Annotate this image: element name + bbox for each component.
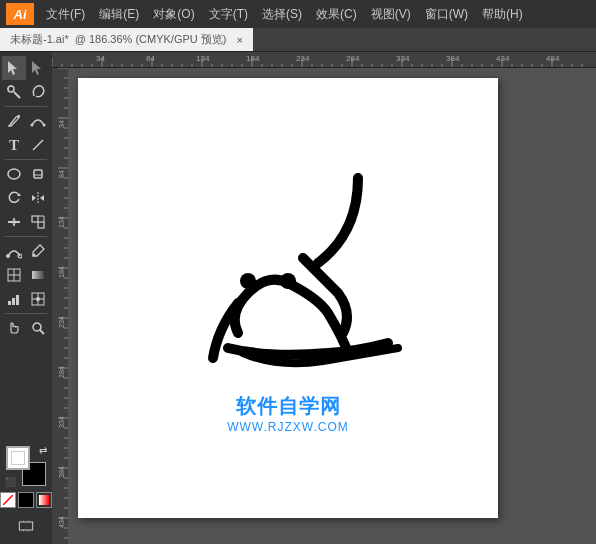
pen-tool[interactable] [2, 109, 26, 133]
svg-point-10 [8, 169, 20, 179]
mirror-tool[interactable] [26, 186, 50, 210]
ellipse-tool[interactable] [2, 162, 26, 186]
chart-tool[interactable] [2, 287, 26, 311]
width-scale-row [0, 210, 52, 234]
canvas-area: 软件自学网 WWW.RJZXW.COM [52, 52, 596, 544]
width-tool[interactable] [2, 210, 26, 234]
artboard-tool-area [6, 516, 46, 536]
default-colors-button[interactable]: ⬛ [5, 477, 16, 487]
type-tool[interactable]: T [2, 133, 26, 157]
hand-tool[interactable] [2, 316, 26, 340]
rotate-tool[interactable] [2, 186, 26, 210]
svg-point-7 [31, 124, 34, 127]
color-fill-button[interactable] [0, 492, 16, 508]
separator-3 [5, 236, 47, 237]
svg-rect-29 [8, 301, 11, 305]
selection-tool[interactable] [2, 56, 26, 80]
blend-eyedropper-row [0, 239, 52, 263]
menu-item-o[interactable]: 对象(O) [147, 4, 200, 25]
menu-item-v[interactable]: 视图(V) [365, 4, 417, 25]
svg-point-8 [43, 124, 46, 127]
svg-rect-30 [12, 298, 15, 305]
artwork-illustration [158, 163, 418, 383]
none-fill-button[interactable] [18, 492, 34, 508]
svg-point-6 [17, 115, 20, 118]
separator-4 [5, 313, 47, 314]
selection-tool-row [0, 56, 52, 80]
blend-tool[interactable] [2, 239, 26, 263]
svg-rect-19 [38, 222, 44, 228]
svg-line-38 [3, 495, 13, 505]
swap-colors-button[interactable]: ⇄ [39, 445, 47, 456]
svg-line-37 [40, 330, 44, 334]
color-area: ⇄ ⬛ [0, 441, 52, 512]
svg-marker-15 [32, 195, 36, 201]
direct-selection-tool[interactable] [26, 56, 50, 80]
eyedropper-tool[interactable] [26, 239, 50, 263]
active-tab[interactable]: 未标题-1.ai* @ 186.36% (CMYK/GPU 预览) × [0, 28, 253, 51]
tab-close-button[interactable]: × [236, 34, 242, 46]
ruler-h-canvas [52, 52, 592, 68]
svg-rect-28 [32, 271, 44, 279]
mesh-tool[interactable] [2, 263, 26, 287]
svg-point-22 [6, 254, 10, 258]
zoom-tool[interactable] [26, 316, 50, 340]
eraser-tool[interactable] [26, 162, 50, 186]
watermark-url-text: WWW.RJZXW.COM [227, 420, 349, 434]
workspace: T [0, 52, 596, 544]
svg-rect-39 [39, 495, 49, 505]
menu-item-e[interactable]: 编辑(E) [93, 4, 145, 25]
svg-point-24 [33, 254, 36, 257]
menu-item-t[interactable]: 文字(T) [203, 4, 254, 25]
mesh-gradient-row [0, 263, 52, 287]
slice-tool[interactable] [26, 287, 50, 311]
menu-item-h[interactable]: 帮助(H) [476, 4, 529, 25]
tab-title: 未标题-1.ai* [10, 32, 69, 47]
vertical-ruler [52, 68, 68, 544]
pen-row [0, 109, 52, 133]
chart-slice-row [0, 287, 52, 311]
ruler-v-canvas [52, 68, 68, 544]
gradient-fill-button[interactable] [36, 492, 52, 508]
watermark-area: 软件自学网 WWW.RJZXW.COM [227, 393, 349, 434]
ai-logo: Ai [6, 3, 34, 25]
svg-point-36 [33, 323, 41, 331]
svg-point-35 [36, 297, 40, 301]
menu-item-s[interactable]: 选择(S) [256, 4, 308, 25]
svg-rect-31 [16, 295, 19, 305]
artboard-tool[interactable] [6, 516, 46, 536]
tab-bar: 未标题-1.ai* @ 186.36% (CMYK/GPU 预览) × [0, 28, 596, 52]
type-row: T [0, 133, 52, 157]
white-canvas: 软件自学网 WWW.RJZXW.COM [78, 78, 498, 518]
watermark-main-text: 软件自学网 [227, 393, 349, 420]
tab-zoom-info: @ 186.36% (CMYK/GPU 预览) [75, 32, 227, 47]
svg-marker-16 [40, 195, 44, 201]
svg-point-46 [280, 273, 296, 289]
hand-zoom-row [0, 316, 52, 340]
magic-wand-tool[interactable] [2, 80, 26, 104]
separator-2 [5, 159, 47, 160]
svg-line-9 [33, 140, 43, 150]
svg-point-45 [240, 273, 256, 289]
line-tool[interactable] [26, 133, 50, 157]
lasso-tool[interactable] [26, 80, 50, 104]
left-toolbar: T [0, 52, 52, 544]
svg-rect-40 [19, 522, 32, 530]
menu-item-c[interactable]: 效果(C) [310, 4, 363, 25]
gradient-tool[interactable] [26, 263, 50, 287]
svg-marker-1 [32, 61, 41, 75]
curvature-tool[interactable] [26, 109, 50, 133]
separator-1 [5, 106, 47, 107]
title-bar: Ai 文件(F)编辑(E)对象(O)文字(T)选择(S)效果(C)视图(V)窗口… [0, 0, 596, 28]
fill-color-box[interactable] [6, 446, 30, 470]
svg-rect-11 [34, 170, 42, 178]
shape-row [0, 162, 52, 186]
horizontal-ruler [52, 52, 596, 68]
svg-line-2 [14, 92, 20, 98]
menu-item-w[interactable]: 窗口(W) [419, 4, 474, 25]
wand-lasso-row [0, 80, 52, 104]
transform-row [0, 186, 52, 210]
menu-item-f[interactable]: 文件(F) [40, 4, 91, 25]
scale-tool[interactable] [26, 210, 50, 234]
svg-rect-18 [32, 216, 38, 222]
